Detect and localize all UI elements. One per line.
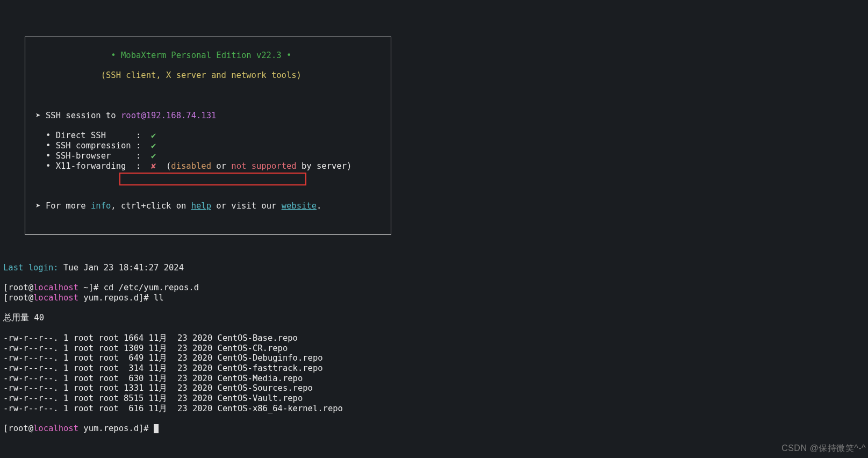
spacer [31,181,385,191]
prompt-line: [root@localhost yum.repos.d]# ll [3,293,865,303]
prompt-current[interactable]: [root@localhost yum.repos.d]# [3,424,865,434]
spacer [31,91,385,101]
file-row: -rw-r--r--. 1 root root 616 11月 23 2020 … [3,404,865,414]
last-login: Last login: Tue Jan 23 18:41:27 2024 [3,263,865,273]
terminal-area[interactable]: • MobaXterm Personal Edition v22.3 • (SS… [0,0,868,455]
file-row: -rw-r--r--. 1 root root 8515 11月 23 2020… [3,393,865,404]
banner-box: • MobaXterm Personal Edition v22.3 • (SS… [25,37,391,235]
total-line: 总用量 40 [3,313,865,323]
banner-feature-row: • Direct SSH : ✔ [31,131,385,141]
file-row: -rw-r--r--. 1 root root 1331 11月 23 2020… [3,383,865,393]
banner-feature-row: • SSH compression : ✔ [31,141,385,151]
help-line: ➤ For more info, ctrl+click on help or v… [31,201,385,211]
session-line: ➤ SSH session to root@192.168.74.131 [31,111,385,121]
banner-feature-row: • X11-forwarding : ✘ (disabled or not su… [31,161,385,171]
banner-feature-row: • SSH-browser : ✔ [31,151,385,161]
file-row: -rw-r--r--. 1 root root 314 11月 23 2020 … [3,363,865,374]
banner-subtitle: (SSH client, X server and network tools) [31,70,385,81]
help-link[interactable]: help [191,201,211,211]
watermark: CSDN @保持微笑^-^ [781,443,866,454]
file-row: -rw-r--r--. 1 root root 630 11月 23 2020 … [3,374,865,384]
file-row: -rw-r--r--. 1 root root 1664 11月 23 2020… [3,333,865,344]
prompt-line: [root@localhost ~]# cd /etc/yum.repos.d [3,283,865,293]
file-row: -rw-r--r--. 1 root root 1309 11月 23 2020… [3,344,865,354]
file-row: -rw-r--r--. 1 root root 649 11月 23 2020 … [3,353,865,363]
website-link[interactable]: website [282,201,317,211]
banner-title: • MobaXterm Personal Edition v22.3 • [31,51,385,61]
cursor [154,424,159,433]
